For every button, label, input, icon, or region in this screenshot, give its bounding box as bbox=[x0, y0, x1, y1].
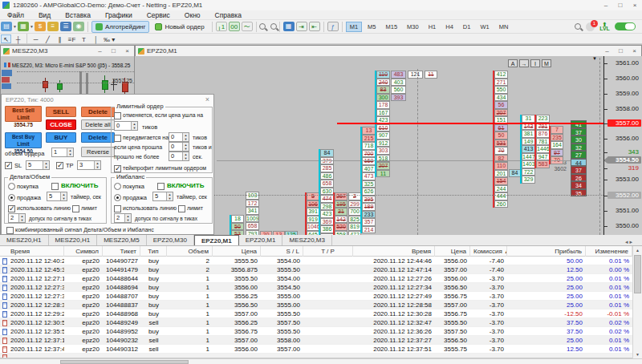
tab-EPZ20,M1[interactable]: EPZ20,M1 bbox=[239, 235, 283, 245]
column-header-11[interactable]: Прибыль bbox=[507, 246, 586, 257]
tab-EPZ20,M1[interactable]: EPZ20,M1 bbox=[194, 235, 239, 245]
table-row[interactable]: 2020.11.12 12:27:11epz20104488644buy1355… bbox=[0, 274, 632, 283]
takeprofit-checkbox[interactable] bbox=[114, 165, 121, 172]
table-row[interactable]: 2020.11.12 12:27:38epz20104488707buy1355… bbox=[0, 292, 632, 301]
column-header-2[interactable]: Тикет bbox=[103, 246, 140, 257]
zoom-in-icon[interactable] bbox=[259, 23, 266, 30]
timeframe-M30[interactable]: M30 bbox=[403, 22, 423, 32]
candles-chart-icon[interactable]: 00 bbox=[229, 22, 240, 31]
tp-spinner[interactable]: 3▲▼ bbox=[77, 160, 101, 170]
chart-corner-button-M[interactable]: M bbox=[542, 59, 551, 67]
table-row[interactable]: 2020.11.12 12:40:21epz20104490727buy2355… bbox=[0, 257, 632, 265]
limit-cancel-checkbox[interactable] bbox=[114, 112, 121, 119]
timeframe-MN[interactable]: MN bbox=[495, 22, 513, 32]
table-row[interactable]: 2020.11.12 12:37:45epz20104490312sell135… bbox=[0, 345, 632, 354]
restore-icon[interactable]: □ bbox=[107, 47, 120, 55]
table-row[interactable]: 2020.11.12 12:37:16epz20104490232sell135… bbox=[0, 336, 632, 345]
delta-buy-radio[interactable] bbox=[8, 183, 15, 190]
column-header-0[interactable]: Время bbox=[0, 246, 64, 257]
lvl-icon[interactable]: ⬆LVL bbox=[599, 22, 610, 30]
close-icon[interactable]: × bbox=[628, 47, 641, 55]
column-header-1[interactable]: Символ bbox=[64, 246, 103, 257]
algo-trading-button[interactable]: Алготрейдинг bbox=[91, 21, 150, 33]
delete-buy-button[interactable]: Delete bbox=[81, 132, 115, 143]
indicators-icon[interactable]: ƒ bbox=[327, 22, 339, 31]
minimize-icon[interactable]: – bbox=[599, 2, 613, 9]
vertical-scrollbar[interactable]: ▲ ▼ bbox=[632, 246, 642, 358]
tab-EPZ20,M30[interactable]: EPZ20,M30 bbox=[147, 235, 194, 245]
imbalance-sell-radio[interactable] bbox=[114, 194, 121, 201]
navigator-icon[interactable]: ☰ bbox=[60, 22, 71, 31]
scroll-down-icon[interactable]: ▼ bbox=[633, 350, 642, 358]
restore-icon[interactable]: □ bbox=[614, 47, 628, 55]
column-header-8[interactable]: Время bbox=[353, 246, 435, 257]
imbalance-limit-checkbox[interactable] bbox=[178, 205, 185, 212]
signals-icon[interactable]: ◉ bbox=[73, 22, 84, 31]
connection-toggle[interactable] bbox=[615, 22, 636, 30]
reverse-button[interactable]: Reverse bbox=[81, 147, 115, 157]
column-header-7[interactable]: T / P bbox=[303, 246, 353, 257]
maximize-icon[interactable]: □ bbox=[613, 2, 628, 9]
left-window-titlebar[interactable]: MESZ20,M3 – □ × bbox=[1, 46, 134, 57]
vline-tool-icon[interactable]: │ bbox=[91, 34, 101, 43]
table-row[interactable]: 2020.11.12 12:28:39epz20104488837buy1355… bbox=[0, 301, 632, 309]
delta-timer-spinner[interactable]: 5▲▼ bbox=[47, 192, 67, 201]
auto-scroll-icon[interactable]: ⇤ bbox=[309, 22, 320, 31]
chart-corner-button-I[interactable]: I bbox=[530, 59, 540, 67]
table-row[interactable]: 2020.11.12 12:27:32epz20104488694buy1355… bbox=[0, 283, 632, 292]
shift-end-icon[interactable]: ⇥ bbox=[296, 22, 307, 31]
imbalance-tolerance-spinner[interactable]: 2▲▼ bbox=[114, 213, 132, 223]
shapes-tool-icon[interactable]: ‰ ▾ bbox=[103, 34, 116, 43]
search-icon[interactable] bbox=[575, 23, 581, 30]
new-order-button[interactable]: Новый ордер bbox=[151, 21, 208, 33]
delete-all-button[interactable]: Delete all bbox=[81, 119, 115, 130]
imbalance-line-checkbox[interactable] bbox=[114, 205, 121, 212]
order-volume-spinner[interactable]: 1▲▼ bbox=[51, 148, 74, 157]
limit-ticks1-spinner[interactable]: 0▲▼ bbox=[114, 121, 138, 131]
tab-MESZ20,H1[interactable]: MESZ20,H1 bbox=[49, 235, 98, 245]
table-row[interactable]: 2020.11.12 12:30:50epz20104489249sell135… bbox=[0, 318, 632, 327]
menu-item-Окно[interactable]: Окно bbox=[177, 11, 208, 19]
horizontal-scrollbar[interactable] bbox=[0, 358, 642, 364]
combined-signal-checkbox[interactable] bbox=[6, 227, 14, 234]
menu-item-Сервис[interactable]: Сервис bbox=[140, 11, 177, 19]
price-scale[interactable]: 3561.003560.003559.003558.003557.003556.… bbox=[603, 56, 642, 235]
chevron-down-icon[interactable]: ▼ bbox=[30, 24, 34, 29]
column-header-9[interactable]: Цена bbox=[435, 246, 470, 257]
timeframe-W1[interactable]: W1 bbox=[476, 22, 493, 32]
tab-MESZ20,H1[interactable]: MESZ20,H1 bbox=[0, 235, 49, 245]
buy-button[interactable]: BUY bbox=[46, 132, 76, 143]
best-buy-limit-button[interactable]: Best Buy Limit3554.50 bbox=[5, 132, 42, 148]
timeframe-H1[interactable]: H1 bbox=[425, 22, 441, 32]
tp-checkbox[interactable] bbox=[56, 162, 63, 169]
chart-corner-button-→[interactable]: → bbox=[519, 59, 529, 67]
limit-move-checkbox[interactable] bbox=[114, 135, 121, 142]
delta-line-checkbox[interactable] bbox=[8, 205, 15, 212]
scrollbar-thumb[interactable] bbox=[60, 360, 189, 364]
new-chart-icon[interactable]: ▤ bbox=[1, 22, 12, 31]
best-sell-limit-button[interactable]: Best Sell Limit3554.75 bbox=[5, 106, 42, 122]
data-window-icon[interactable]: ≡ bbox=[47, 22, 59, 31]
tab-MESZ20,M5[interactable]: MESZ20,M5 bbox=[97, 235, 146, 245]
crosshair-icon[interactable]: ┼ bbox=[13, 34, 23, 43]
column-header-4[interactable]: Объем bbox=[167, 246, 213, 257]
timeframe-H4[interactable]: H4 bbox=[441, 22, 457, 32]
column-header-10[interactable]: Комиссия ▲ bbox=[470, 246, 507, 257]
limit-ticks3-spinner[interactable]: 0▲▼ bbox=[169, 142, 189, 152]
timeframe-M15[interactable]: M15 bbox=[381, 22, 401, 32]
chevron-down-icon[interactable]: ▼ bbox=[13, 24, 17, 29]
sl-checkbox[interactable] bbox=[5, 162, 12, 169]
close-position-button[interactable]: CLOSE bbox=[46, 119, 76, 130]
text-tool-icon[interactable]: T bbox=[79, 34, 89, 43]
market-watch-icon[interactable]: $ bbox=[35, 22, 46, 31]
sell-button[interactable]: SELL bbox=[46, 107, 76, 117]
hline-tool-icon[interactable]: ─ bbox=[30, 34, 41, 43]
scroll-up-icon[interactable]: ▲ bbox=[633, 246, 642, 254]
signal-line[interactable] bbox=[337, 123, 603, 124]
line-chart-icon[interactable]: 〜 bbox=[242, 22, 253, 31]
column-header-6[interactable]: S / L bbox=[261, 246, 303, 257]
delta-tolerance-spinner[interactable]: 2▲▼ bbox=[8, 213, 26, 223]
bars-chart-icon[interactable]: ╷1 bbox=[216, 22, 227, 31]
delta-enable-checkbox[interactable] bbox=[51, 183, 59, 190]
timeframe-D1[interactable]: D1 bbox=[459, 22, 475, 32]
